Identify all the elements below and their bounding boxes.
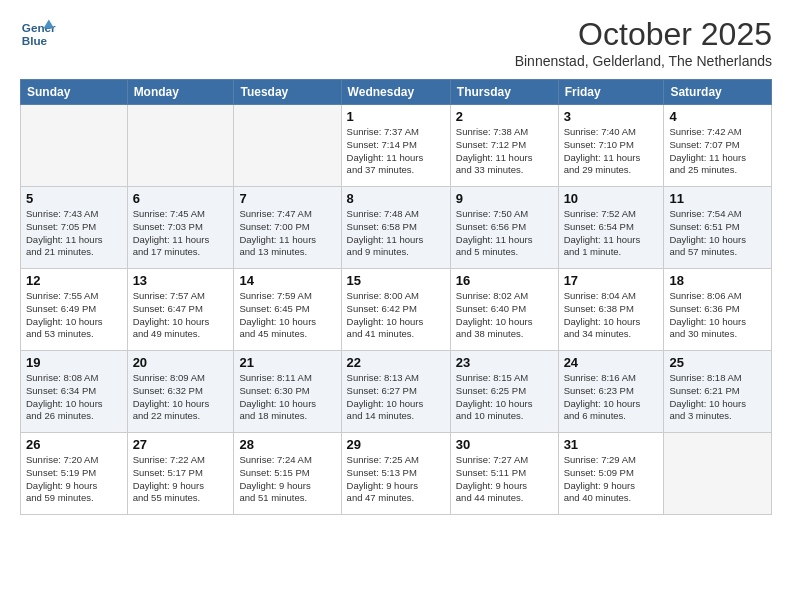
- logo: General Blue: [20, 16, 60, 52]
- day-info: Sunrise: 8:16 AM Sunset: 6:23 PM Dayligh…: [564, 372, 659, 423]
- day-cell: 27Sunrise: 7:22 AM Sunset: 5:17 PM Dayli…: [127, 433, 234, 515]
- day-number: 20: [133, 355, 229, 370]
- week-row: 1Sunrise: 7:37 AM Sunset: 7:14 PM Daylig…: [21, 105, 772, 187]
- day-cell: 4Sunrise: 7:42 AM Sunset: 7:07 PM Daylig…: [664, 105, 772, 187]
- day-cell: 20Sunrise: 8:09 AM Sunset: 6:32 PM Dayli…: [127, 351, 234, 433]
- day-info: Sunrise: 7:48 AM Sunset: 6:58 PM Dayligh…: [347, 208, 445, 259]
- day-number: 24: [564, 355, 659, 370]
- day-number: 18: [669, 273, 766, 288]
- day-info: Sunrise: 7:43 AM Sunset: 7:05 PM Dayligh…: [26, 208, 122, 259]
- day-cell: 28Sunrise: 7:24 AM Sunset: 5:15 PM Dayli…: [234, 433, 341, 515]
- day-number: 22: [347, 355, 445, 370]
- day-info: Sunrise: 7:27 AM Sunset: 5:11 PM Dayligh…: [456, 454, 553, 505]
- day-number: 29: [347, 437, 445, 452]
- day-cell: 17Sunrise: 8:04 AM Sunset: 6:38 PM Dayli…: [558, 269, 664, 351]
- weekday-header: Monday: [127, 80, 234, 105]
- header-row: SundayMondayTuesdayWednesdayThursdayFrid…: [21, 80, 772, 105]
- day-cell: 10Sunrise: 7:52 AM Sunset: 6:54 PM Dayli…: [558, 187, 664, 269]
- day-info: Sunrise: 7:24 AM Sunset: 5:15 PM Dayligh…: [239, 454, 335, 505]
- day-cell: 1Sunrise: 7:37 AM Sunset: 7:14 PM Daylig…: [341, 105, 450, 187]
- day-number: 28: [239, 437, 335, 452]
- calendar: SundayMondayTuesdayWednesdayThursdayFrid…: [20, 79, 772, 515]
- day-number: 26: [26, 437, 122, 452]
- day-cell: 29Sunrise: 7:25 AM Sunset: 5:13 PM Dayli…: [341, 433, 450, 515]
- day-info: Sunrise: 7:55 AM Sunset: 6:49 PM Dayligh…: [26, 290, 122, 341]
- day-cell: 12Sunrise: 7:55 AM Sunset: 6:49 PM Dayli…: [21, 269, 128, 351]
- weekday-header: Thursday: [450, 80, 558, 105]
- day-number: 6: [133, 191, 229, 206]
- weekday-header: Wednesday: [341, 80, 450, 105]
- day-number: 30: [456, 437, 553, 452]
- day-info: Sunrise: 7:50 AM Sunset: 6:56 PM Dayligh…: [456, 208, 553, 259]
- day-info: Sunrise: 7:20 AM Sunset: 5:19 PM Dayligh…: [26, 454, 122, 505]
- day-cell: 23Sunrise: 8:15 AM Sunset: 6:25 PM Dayli…: [450, 351, 558, 433]
- day-info: Sunrise: 8:09 AM Sunset: 6:32 PM Dayligh…: [133, 372, 229, 423]
- svg-text:Blue: Blue: [22, 34, 48, 47]
- day-info: Sunrise: 7:25 AM Sunset: 5:13 PM Dayligh…: [347, 454, 445, 505]
- day-cell: 5Sunrise: 7:43 AM Sunset: 7:05 PM Daylig…: [21, 187, 128, 269]
- day-info: Sunrise: 7:38 AM Sunset: 7:12 PM Dayligh…: [456, 126, 553, 177]
- day-number: 23: [456, 355, 553, 370]
- day-cell: [21, 105, 128, 187]
- week-row: 19Sunrise: 8:08 AM Sunset: 6:34 PM Dayli…: [21, 351, 772, 433]
- day-number: 31: [564, 437, 659, 452]
- day-info: Sunrise: 8:06 AM Sunset: 6:36 PM Dayligh…: [669, 290, 766, 341]
- day-info: Sunrise: 7:40 AM Sunset: 7:10 PM Dayligh…: [564, 126, 659, 177]
- day-cell: 13Sunrise: 7:57 AM Sunset: 6:47 PM Dayli…: [127, 269, 234, 351]
- day-number: 15: [347, 273, 445, 288]
- logo-icon: General Blue: [20, 16, 56, 52]
- day-info: Sunrise: 8:13 AM Sunset: 6:27 PM Dayligh…: [347, 372, 445, 423]
- location: Binnenstad, Gelderland, The Netherlands: [515, 53, 772, 69]
- day-cell: 21Sunrise: 8:11 AM Sunset: 6:30 PM Dayli…: [234, 351, 341, 433]
- day-number: 17: [564, 273, 659, 288]
- week-row: 26Sunrise: 7:20 AM Sunset: 5:19 PM Dayli…: [21, 433, 772, 515]
- day-cell: 26Sunrise: 7:20 AM Sunset: 5:19 PM Dayli…: [21, 433, 128, 515]
- day-info: Sunrise: 7:52 AM Sunset: 6:54 PM Dayligh…: [564, 208, 659, 259]
- day-number: 21: [239, 355, 335, 370]
- day-cell: 7Sunrise: 7:47 AM Sunset: 7:00 PM Daylig…: [234, 187, 341, 269]
- day-cell: 2Sunrise: 7:38 AM Sunset: 7:12 PM Daylig…: [450, 105, 558, 187]
- day-cell: 22Sunrise: 8:13 AM Sunset: 6:27 PM Dayli…: [341, 351, 450, 433]
- day-number: 4: [669, 109, 766, 124]
- day-number: 1: [347, 109, 445, 124]
- day-cell: 3Sunrise: 7:40 AM Sunset: 7:10 PM Daylig…: [558, 105, 664, 187]
- day-number: 10: [564, 191, 659, 206]
- day-cell: 11Sunrise: 7:54 AM Sunset: 6:51 PM Dayli…: [664, 187, 772, 269]
- day-number: 8: [347, 191, 445, 206]
- day-cell: 18Sunrise: 8:06 AM Sunset: 6:36 PM Dayli…: [664, 269, 772, 351]
- day-info: Sunrise: 7:22 AM Sunset: 5:17 PM Dayligh…: [133, 454, 229, 505]
- day-number: 2: [456, 109, 553, 124]
- day-number: 5: [26, 191, 122, 206]
- day-cell: 6Sunrise: 7:45 AM Sunset: 7:03 PM Daylig…: [127, 187, 234, 269]
- day-cell: [127, 105, 234, 187]
- week-row: 5Sunrise: 7:43 AM Sunset: 7:05 PM Daylig…: [21, 187, 772, 269]
- day-info: Sunrise: 7:57 AM Sunset: 6:47 PM Dayligh…: [133, 290, 229, 341]
- day-cell: [664, 433, 772, 515]
- day-number: 25: [669, 355, 766, 370]
- day-info: Sunrise: 7:59 AM Sunset: 6:45 PM Dayligh…: [239, 290, 335, 341]
- day-cell: 16Sunrise: 8:02 AM Sunset: 6:40 PM Dayli…: [450, 269, 558, 351]
- page: General Blue October 2025 Binnenstad, Ge…: [0, 0, 792, 525]
- day-info: Sunrise: 8:11 AM Sunset: 6:30 PM Dayligh…: [239, 372, 335, 423]
- day-info: Sunrise: 7:37 AM Sunset: 7:14 PM Dayligh…: [347, 126, 445, 177]
- day-number: 16: [456, 273, 553, 288]
- day-info: Sunrise: 7:29 AM Sunset: 5:09 PM Dayligh…: [564, 454, 659, 505]
- day-cell: 9Sunrise: 7:50 AM Sunset: 6:56 PM Daylig…: [450, 187, 558, 269]
- day-info: Sunrise: 7:47 AM Sunset: 7:00 PM Dayligh…: [239, 208, 335, 259]
- day-number: 12: [26, 273, 122, 288]
- day-number: 19: [26, 355, 122, 370]
- weekday-header: Saturday: [664, 80, 772, 105]
- day-number: 7: [239, 191, 335, 206]
- title-area: October 2025 Binnenstad, Gelderland, The…: [515, 16, 772, 69]
- weekday-header: Sunday: [21, 80, 128, 105]
- day-info: Sunrise: 8:15 AM Sunset: 6:25 PM Dayligh…: [456, 372, 553, 423]
- day-info: Sunrise: 8:08 AM Sunset: 6:34 PM Dayligh…: [26, 372, 122, 423]
- day-info: Sunrise: 7:54 AM Sunset: 6:51 PM Dayligh…: [669, 208, 766, 259]
- day-number: 13: [133, 273, 229, 288]
- day-cell: 31Sunrise: 7:29 AM Sunset: 5:09 PM Dayli…: [558, 433, 664, 515]
- day-info: Sunrise: 7:45 AM Sunset: 7:03 PM Dayligh…: [133, 208, 229, 259]
- day-number: 27: [133, 437, 229, 452]
- day-cell: 30Sunrise: 7:27 AM Sunset: 5:11 PM Dayli…: [450, 433, 558, 515]
- day-info: Sunrise: 8:18 AM Sunset: 6:21 PM Dayligh…: [669, 372, 766, 423]
- weekday-header: Friday: [558, 80, 664, 105]
